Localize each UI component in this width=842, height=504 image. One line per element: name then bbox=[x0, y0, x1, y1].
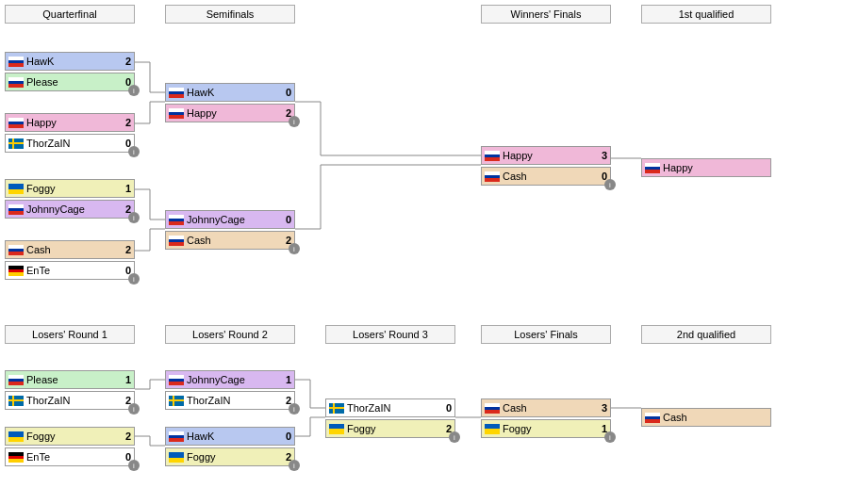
score-happy-qf: 2 bbox=[120, 117, 131, 128]
player-happy-qf: Happy bbox=[26, 117, 120, 128]
bracket-container: Quarterfinal Semifinals Winners' Finals … bbox=[0, 0, 842, 504]
header-1st-qualified: 1st qualified bbox=[641, 5, 771, 24]
info-qf1[interactable]: i bbox=[128, 85, 140, 96]
match-qf1: HawK 2 Please 0 i bbox=[5, 52, 135, 93]
info-lr1-2[interactable]: i bbox=[128, 460, 140, 471]
match-sf1: HawK 0 Happy 2 i bbox=[165, 83, 295, 124]
match-qf1-p1[interactable]: HawK 2 bbox=[5, 52, 135, 71]
info-lr3-1[interactable]: i bbox=[449, 431, 460, 443]
match-qf4-p1[interactable]: Cash 2 bbox=[5, 240, 135, 259]
flag-foggy-qf3 bbox=[8, 184, 24, 194]
flag-thorzain-lr1 bbox=[8, 396, 24, 406]
match-lr2-1-p2[interactable]: ThorZaIN 2 i bbox=[165, 391, 295, 410]
score-please-lr1: 1 bbox=[120, 374, 131, 385]
flag-ente-lr1-2 bbox=[8, 452, 24, 463]
info-lf1[interactable]: i bbox=[604, 431, 616, 443]
match-lr2-1-p1[interactable]: JohnnyCage 1 bbox=[165, 370, 295, 389]
flag-hawk-lr2 bbox=[169, 431, 184, 442]
player-hawk-lr2: HawK bbox=[187, 431, 280, 442]
score-foggy-qf3: 1 bbox=[120, 183, 131, 194]
header-lf: Losers' Finals bbox=[481, 325, 611, 344]
info-wf1[interactable]: i bbox=[604, 179, 616, 190]
player-johnnycage-sf2: JohnnyCage bbox=[187, 214, 280, 225]
match-lr3-1-p1[interactable]: ThorZaIN 0 bbox=[325, 398, 455, 417]
player-please-lr1: Please bbox=[26, 374, 120, 385]
flag-johnnycage-sf2 bbox=[169, 215, 184, 225]
match-qf1-p2[interactable]: Please 0 i bbox=[5, 73, 135, 91]
flag-please-qf bbox=[8, 77, 24, 88]
info-qf2[interactable]: i bbox=[128, 146, 140, 157]
header-quarterfinal: Quarterfinal bbox=[5, 5, 135, 24]
match-lr2-1: JohnnyCage 1 ThorZaIN 2 i bbox=[165, 370, 295, 412]
match-lf1-p1[interactable]: Cash 3 bbox=[481, 398, 611, 417]
player-hawk-qf: HawK bbox=[26, 56, 120, 67]
match-qf3-p1[interactable]: Foggy 1 bbox=[5, 179, 135, 198]
match-qf2-p2[interactable]: ThorZaIN 0 i bbox=[5, 134, 135, 153]
match-sf2-p2[interactable]: Cash 2 i bbox=[165, 231, 295, 250]
info-lr2-2[interactable]: i bbox=[289, 460, 300, 471]
flag-cash-sf2 bbox=[169, 236, 184, 246]
player-foggy-lr2: Foggy bbox=[187, 451, 280, 463]
match-lr1-2-p1[interactable]: Foggy 2 bbox=[5, 427, 135, 446]
match-lr2-2-p1[interactable]: HawK 0 bbox=[165, 427, 295, 446]
match-lf1-p2[interactable]: Foggy 1 i bbox=[481, 419, 611, 438]
flag-foggy-lr2 bbox=[169, 452, 184, 463]
match-sf1-p1[interactable]: HawK 0 bbox=[165, 83, 295, 102]
score-hawk-lr2: 0 bbox=[280, 431, 291, 442]
match-qf4-p2[interactable]: EnTe 0 i bbox=[5, 261, 135, 280]
player-foggy-lf1: Foggy bbox=[503, 423, 596, 434]
header-lr3: Losers' Round 3 bbox=[325, 325, 455, 344]
player-thorzain-lr2: ThorZaIN bbox=[187, 395, 280, 406]
match-lr1-1-p2[interactable]: ThorZaIN 2 i bbox=[5, 391, 135, 410]
match-sf2-p1[interactable]: JohnnyCage 0 bbox=[165, 210, 295, 229]
player-cash-2q: Cash bbox=[663, 412, 768, 423]
match-qf4: Cash 2 EnTe 0 i bbox=[5, 240, 135, 282]
header-winners-finals: Winners' Finals bbox=[481, 5, 611, 24]
score-johnnycage-lr2: 1 bbox=[280, 374, 291, 385]
info-qf3[interactable]: i bbox=[128, 212, 140, 223]
info-lr2-1[interactable]: i bbox=[289, 403, 300, 415]
info-sf1[interactable]: i bbox=[289, 116, 300, 127]
info-lr1-1[interactable]: i bbox=[128, 403, 140, 415]
flag-ente-qf4 bbox=[8, 266, 24, 276]
match-wf1-p1[interactable]: Happy 3 bbox=[481, 146, 611, 165]
match-lr1-2-p2[interactable]: EnTe 0 i bbox=[5, 447, 135, 466]
match-1q: Happy bbox=[641, 158, 771, 179]
match-lr1-1: Please 1 ThorZaIN 2 i bbox=[5, 370, 135, 412]
match-lr1-1-p1[interactable]: Please 1 bbox=[5, 370, 135, 389]
header-lr1: Losers' Round 1 bbox=[5, 325, 135, 344]
match-qf3-p2[interactable]: JohnnyCage 2 i bbox=[5, 200, 135, 219]
match-2q: Cash bbox=[641, 408, 771, 429]
player-happy-sf1: Happy bbox=[187, 107, 280, 119]
player-cash-lf1: Cash bbox=[503, 402, 596, 414]
player-cash-wf1: Cash bbox=[503, 171, 596, 182]
match-sf2: JohnnyCage 0 Cash 2 i bbox=[165, 210, 295, 252]
flag-johnnycage-lr2 bbox=[169, 375, 184, 385]
match-qf3: Foggy 1 JohnnyCage 2 i bbox=[5, 179, 135, 220]
info-qf4[interactable]: i bbox=[128, 273, 140, 285]
player-foggy-lr1-2: Foggy bbox=[26, 431, 120, 442]
match-lr2-2: HawK 0 Foggy 2 i bbox=[165, 427, 295, 468]
player-johnnycage-lr2: JohnnyCage bbox=[187, 374, 280, 385]
match-sf1-p2[interactable]: Happy 2 i bbox=[165, 104, 295, 122]
flag-happy-1q bbox=[645, 163, 660, 173]
score-cash-lf1: 3 bbox=[596, 402, 607, 414]
match-wf1-p2[interactable]: Cash 0 i bbox=[481, 167, 611, 186]
match-lr3-1: ThorZaIN 0 Foggy 2 i bbox=[325, 398, 455, 440]
flag-cash-qf4 bbox=[8, 245, 24, 255]
player-ente-qf4: EnTe bbox=[26, 265, 120, 276]
match-2q-p1[interactable]: Cash bbox=[641, 408, 771, 427]
score-thorzain-lr3: 0 bbox=[440, 402, 452, 414]
player-foggy-qf3: Foggy bbox=[26, 183, 120, 194]
match-lr2-2-p2[interactable]: Foggy 2 i bbox=[165, 447, 295, 466]
info-sf2[interactable]: i bbox=[289, 243, 300, 254]
match-qf2-p1[interactable]: Happy 2 bbox=[5, 113, 135, 132]
player-ente-lr1-2: EnTe bbox=[26, 451, 120, 463]
flag-hawk-sf1 bbox=[169, 88, 184, 98]
score-cash-qf4: 2 bbox=[120, 244, 131, 255]
score-johnnycage-sf2: 0 bbox=[280, 214, 291, 225]
flag-cash-2q bbox=[645, 413, 660, 423]
match-lr3-1-p2[interactable]: Foggy 2 i bbox=[325, 419, 455, 438]
flag-thorzain-lr2 bbox=[169, 396, 184, 406]
match-1q-p1[interactable]: Happy bbox=[641, 158, 771, 177]
